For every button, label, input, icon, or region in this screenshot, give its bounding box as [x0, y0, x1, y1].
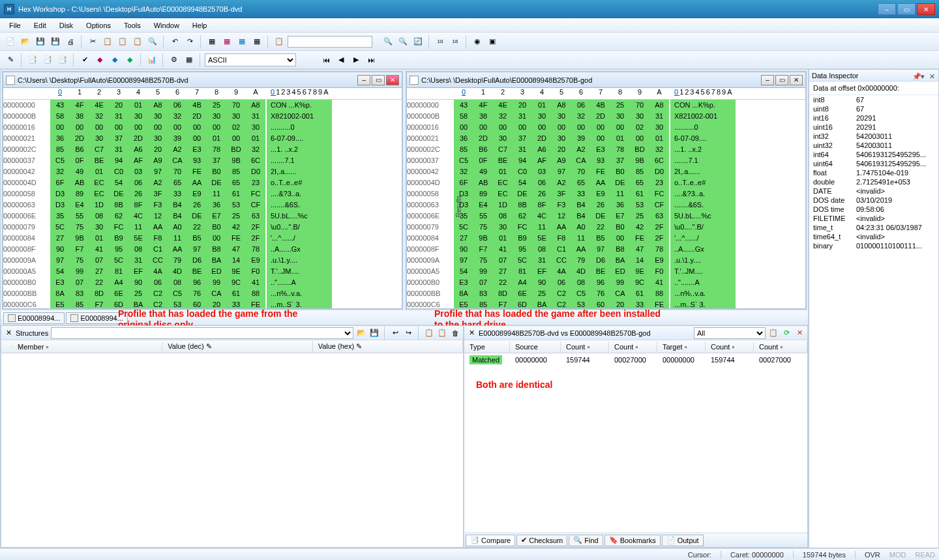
intel-button[interactable]: ▣	[486, 35, 499, 48]
hex-line[interactable]: 000000160000000000000000000230..........…	[407, 122, 805, 133]
checksum-button[interactable]: ✔	[78, 53, 91, 66]
ops2-button[interactable]: ◆	[108, 53, 121, 66]
hex-line[interactable]: 00000063D3E41D8B8FF3B4263653CF.......&6S…	[3, 199, 402, 211]
child-close-button[interactable]: ✕	[790, 75, 803, 85]
hex-line[interactable]: 0000000B583832313030322D303031X821002-00…	[407, 111, 805, 122]
hex-line[interactable]: 00000037C50FBE94AFA9CA93379B6C.......7.1	[3, 155, 402, 166]
tab-output[interactable]: 📄 Output	[662, 535, 704, 546]
close-button[interactable]: ✕	[917, 3, 935, 15]
hex-line[interactable]: 000000BB8A838D6E25C2C576CA6188...n%..v.a…	[407, 288, 805, 299]
paste-special-button[interactable]: 📋	[131, 35, 144, 48]
structure-select[interactable]	[51, 327, 353, 339]
hex-line[interactable]: 0000000B583832313030322D303031X821002-00…	[3, 111, 402, 122]
results-refresh-button[interactable]: ⟳	[781, 328, 792, 338]
goto-button[interactable]: ▦	[205, 35, 218, 48]
hex-line[interactable]: 000000C6E585F76DBAC253602033FE...m..S` 3…	[3, 299, 402, 308]
di-row-DATE[interactable]: DATE<invalid>	[809, 186, 938, 196]
search-input[interactable]	[288, 36, 372, 48]
hex-line[interactable]: 00000084279B01B95EF811B500FE2F'...^.....…	[3, 233, 402, 244]
col-type[interactable]: Type	[464, 342, 510, 352]
di-row-uint8[interactable]: uint867	[809, 104, 938, 113]
menu-tools[interactable]: Tools	[117, 20, 147, 31]
hex16-button[interactable]: 16	[449, 35, 462, 48]
file-tab-1[interactable]: E00008994...	[3, 312, 65, 324]
open-struct-button[interactable]: 📂	[356, 328, 366, 338]
di-row-DOS date[interactable]: DOS date03/10/2019	[809, 196, 938, 205]
hex-line[interactable]: 00000021362D30372D3039000100016-07-09...…	[3, 133, 402, 144]
paste-button[interactable]: 📋	[116, 35, 129, 48]
hex-body-left[interactable]: 00000000434F4E2001A8064B2570A8CON ...K%p…	[3, 100, 402, 308]
hex-line[interactable]: 0000008F90F7419508C1AA97B84778..A......G…	[407, 244, 805, 255]
di-row-double[interactable]: double2.7125491e+053	[809, 177, 938, 186]
di-row-int8[interactable]: int867	[809, 95, 938, 104]
hex-line[interactable]: 00000058D389ECDE263F33E91161FC....&?3..a…	[3, 188, 402, 199]
col-source[interactable]: Source	[510, 342, 561, 352]
minimize-button[interactable]: –	[878, 3, 896, 15]
di-row-DOS time[interactable]: DOS time09:58:06	[809, 205, 938, 214]
redo-button[interactable]: ↷	[183, 35, 196, 48]
menu-edit[interactable]: Edit	[27, 20, 53, 31]
results-body[interactable]: Matched 00000000 159744 00027000 0000000…	[464, 353, 807, 533]
col-count-2[interactable]: Count ▫	[609, 342, 657, 352]
open-button[interactable]: 📂	[19, 35, 32, 48]
nav-first-button[interactable]: ⏮	[320, 53, 333, 66]
maximize-button[interactable]: ▭	[897, 3, 916, 15]
hex-line[interactable]: 000000160000000000000000000230..........…	[3, 122, 402, 133]
hex-line[interactable]: 0000002C85B6C731A620A2E378BD32...1. ..x.…	[3, 144, 402, 155]
hex-line[interactable]: 000000B0E30722A490060896999C41..".......…	[3, 277, 402, 288]
struct-paste[interactable]: 📋	[437, 328, 447, 338]
print-button[interactable]: 🖨	[64, 35, 77, 48]
calc-button[interactable]: ▦	[183, 53, 196, 66]
undo-button[interactable]: ↶	[168, 35, 181, 48]
wand-button[interactable]: ✎	[4, 53, 17, 66]
di-row-binary[interactable]: binary010000110100111...	[809, 241, 938, 250]
menu-options[interactable]: Options	[80, 20, 117, 31]
save-all-button[interactable]: 💾	[49, 35, 62, 48]
find-button[interactable]: 🔍	[146, 35, 159, 48]
struct-nav-next[interactable]: ↪	[403, 328, 413, 338]
di-row-int64[interactable]: int645406193125495295...	[809, 150, 938, 159]
col-value-hex[interactable]: Value (hex) ✎	[313, 341, 463, 352]
child-maximize-button[interactable]: ▭	[775, 75, 788, 85]
color-button[interactable]: ▦	[220, 35, 233, 48]
hex-line[interactable]: 0000009A9775075C31CC79D6BA14E9.u.\1.y...…	[3, 255, 402, 266]
col-member[interactable]: Member ▫	[12, 342, 162, 352]
menu-file[interactable]: File	[3, 20, 27, 31]
struct-nav-prev[interactable]: ↩	[390, 328, 400, 338]
structures-body[interactable]	[1, 353, 463, 547]
struct-del[interactable]: 🗑	[450, 328, 460, 338]
nav-next-button[interactable]: ▶	[350, 53, 363, 66]
col-target[interactable]: Target ▫	[657, 342, 706, 352]
results-filter-select[interactable]: All	[694, 327, 766, 339]
results-close-button[interactable]: ✕	[794, 328, 805, 338]
nav-last-button[interactable]: ⏭	[365, 53, 378, 66]
hex-line[interactable]: 0000008F90F7419508C1AA97B84778..A......G…	[3, 244, 402, 255]
find-next-button[interactable]: 🔍	[396, 35, 410, 48]
di-row-int32[interactable]: int32542003011	[809, 132, 938, 141]
hex-line[interactable]: 00000037C50FBE94AFA9CA93379B6C.......7.1	[407, 155, 805, 166]
tab-bookmarks[interactable]: 🔖 Bookmarks	[604, 535, 661, 546]
data-inspector-list[interactable]: int867uint867int1620291uint1620291int325…	[809, 95, 938, 548]
hex-line[interactable]: 00000000434F4E2001A8064B2570A8CON ...K%p…	[3, 100, 402, 111]
hex-line[interactable]: 000000A554992781EF4A4DBEED9EF0T.'..JM...…	[407, 266, 805, 277]
hex-line[interactable]: 0000006E355508624C12B4DEE725635U.bL....%…	[3, 211, 402, 222]
hex-line[interactable]: 000000C6E585F76DBAC253602033FE...m..S` 3…	[407, 299, 805, 308]
panel-close-icon[interactable]: ✕	[929, 72, 936, 79]
ops1-button[interactable]: ◆	[93, 53, 106, 66]
save-struct-button[interactable]: 💾	[369, 328, 380, 338]
cut-button[interactable]: ✂	[86, 35, 99, 48]
hex-line[interactable]: 0000009A9775075C31CC79D6BA14E9.u.\1.y...…	[407, 255, 805, 266]
hex-line[interactable]: 000000795C7530FC11AAA022B0422F\u0....".B…	[3, 222, 402, 233]
region-button[interactable]: ▦	[250, 35, 263, 48]
di-row-time_t[interactable]: time_t04:23:31 06/03/1987	[809, 223, 938, 232]
panel-close-button[interactable]: ✕	[4, 329, 13, 338]
col-count-4[interactable]: Count ▫	[754, 342, 807, 352]
hex-line[interactable]: 000000BB8A838D6E25C2C576CA6188...n%..v.a…	[3, 288, 402, 299]
hex-line[interactable]: 00000042324901C0039770FEB085D02I,.a.....…	[3, 166, 402, 177]
hex-line[interactable]: 00000021362D30372D3039000100016-07-09...…	[407, 133, 805, 144]
encoding-select[interactable]: ASCII	[205, 53, 296, 66]
copy-button[interactable]: 📋	[101, 35, 114, 48]
menu-disk[interactable]: Disk	[53, 20, 80, 31]
tab-checksum[interactable]: ✔ Checksum	[516, 535, 567, 546]
menu-window[interactable]: Window	[147, 20, 186, 31]
